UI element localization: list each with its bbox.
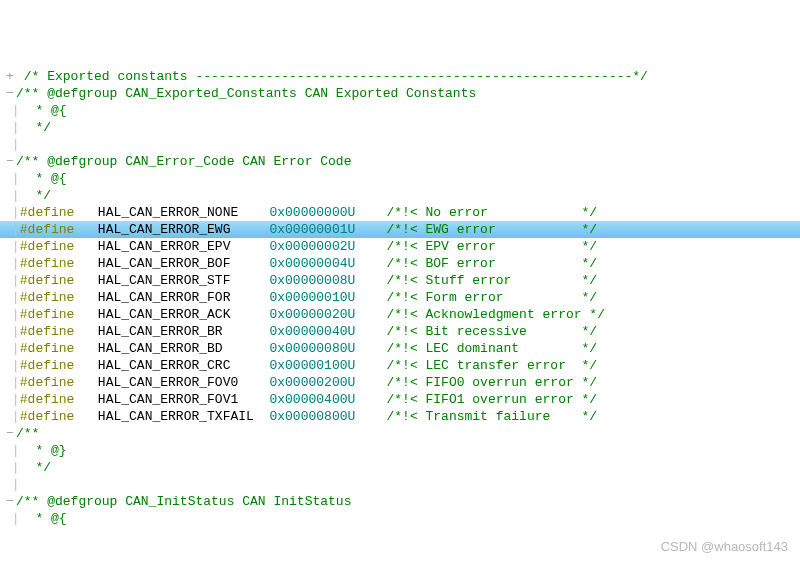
fold-marker[interactable]: − (4, 425, 16, 442)
watermark: CSDN @whaosoft143 (661, 538, 788, 555)
code-view: + /* Exported constants ----------------… (0, 68, 800, 527)
fold-marker[interactable]: − (4, 153, 16, 170)
fold-marker[interactable]: − (4, 493, 16, 510)
fold-marker[interactable]: + (4, 68, 16, 85)
fold-marker[interactable]: − (4, 85, 16, 102)
